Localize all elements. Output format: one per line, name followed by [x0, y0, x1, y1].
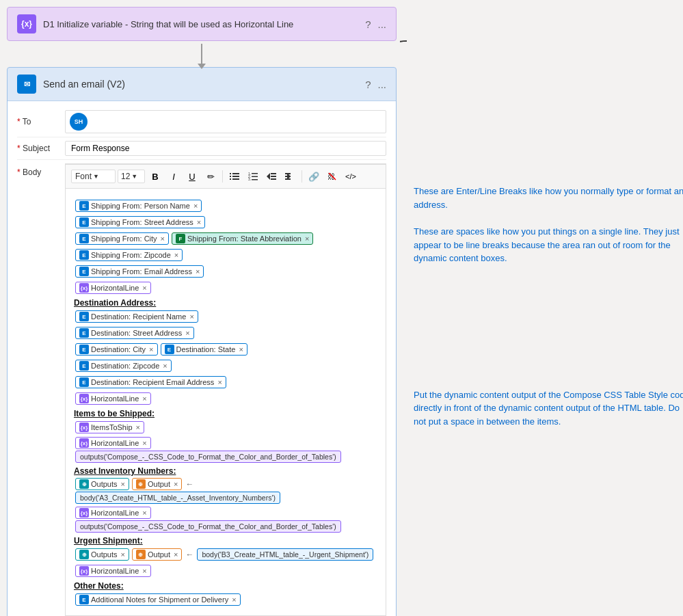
tag-icon-teal-2: ⊕ — [79, 550, 89, 559]
indent-less-button[interactable] — [263, 168, 280, 185]
shipping-city-close[interactable]: × — [161, 235, 165, 243]
tag-icon-var-2: {x} — [79, 394, 89, 403]
shipping-city-state-line: E Shipping From: City × F Shipping From:… — [74, 231, 377, 246]
italic-button[interactable]: I — [165, 168, 182, 185]
line-breaks-annotation: These are Enter/Line Breaks like how you… — [414, 185, 683, 211]
to-label: To — [17, 117, 65, 126]
urgent-outputs-close[interactable]: × — [121, 550, 125, 559]
horizontal-line-1-tag[interactable]: {x} HorizontalLine × — [75, 282, 151, 294]
subject-label: Subject — [17, 144, 65, 153]
dest-street-close[interactable]: × — [185, 329, 189, 337]
underline-button[interactable]: U — [184, 168, 200, 185]
shipping-street-tag[interactable]: E Shipping From: Street Address × — [75, 216, 205, 228]
dest-recipient-tag[interactable]: E Destination: Recipient Name × — [75, 310, 198, 323]
additional-notes-close[interactable]: × — [232, 595, 236, 604]
tag-icon-excel: E — [79, 201, 89, 211]
more-button[interactable]: ... — [377, 18, 386, 30]
bullets-button[interactable] — [226, 168, 243, 185]
subject-input[interactable] — [65, 141, 386, 156]
shipping-zip-tag[interactable]: E Shipping From: Zipcode × — [75, 249, 183, 261]
svg-rect-17 — [285, 173, 291, 174]
bold-button[interactable]: B — [147, 168, 163, 185]
asset-output-close[interactable]: × — [174, 480, 178, 488]
dest-zip-line: E Destination: Zipcode × — [74, 358, 377, 373]
dest-city-tag[interactable]: E Destination: City × — [75, 343, 158, 356]
dest-state-close[interactable]: × — [239, 345, 243, 353]
css-outputs-tag-2[interactable]: outputs('Compose_-_CSS_Code_to_Format_th… — [75, 520, 341, 533]
items-to-ship-tag[interactable]: {x} ItemsToShip × — [75, 421, 144, 433]
shipping-person-close[interactable]: × — [193, 202, 198, 210]
action-title: D1 Initialize variable - String that wil… — [43, 19, 293, 29]
horizontal-line-5-tag[interactable]: {x} HorizontalLine × — [75, 565, 151, 577]
svg-rect-0 — [230, 173, 231, 174]
dest-email-close[interactable]: × — [217, 378, 222, 386]
asset-inventory-label: Asset Inventory Numbers: — [74, 466, 377, 476]
dest-email-tag[interactable]: E Destination: Recipient Email Address × — [75, 376, 226, 388]
body-field-wrapper: Body Font ▼ 12 ▼ — [17, 160, 386, 616]
asset-outputs-close[interactable]: × — [121, 480, 125, 488]
tag-icon-excel-5: E — [79, 267, 89, 276]
font-size-select[interactable]: 12 ▼ — [118, 170, 145, 183]
pen-button[interactable]: ✏ — [202, 168, 219, 185]
horizontal-line-4-tag[interactable]: {x} HorizontalLine × — [75, 507, 151, 519]
asset-output-tag[interactable]: ⊕ Output × — [132, 478, 182, 490]
unlink-button[interactable]: ⛓ — [324, 168, 340, 185]
tag-icon-forms: F — [176, 234, 185, 243]
dest-recipient-close[interactable]: × — [189, 312, 193, 321]
shipping-zip-close[interactable]: × — [174, 251, 178, 259]
compose-annotation: Put the dynamic content output of the Co… — [414, 388, 683, 429]
code-button[interactable]: </> — [343, 168, 359, 185]
horizontal-line-3-close[interactable]: × — [142, 439, 146, 447]
shipping-state-tag[interactable]: F Shipping From: State Abbreviation × — [172, 232, 313, 245]
horizontal-line-1-close[interactable]: × — [142, 284, 146, 292]
right-panel: These are Enter/Line Breaks like how you… — [400, 7, 683, 616]
dest-street-tag[interactable]: E Destination: Street Address × — [75, 327, 194, 339]
body-editor[interactable]: E Shipping From: Person Name × E Shippin… — [66, 189, 386, 615]
tag-icon-var-6: {x} — [79, 566, 89, 576]
urgent-outputs-tag[interactable]: ⊕ Outputs × — [75, 548, 129, 561]
shipping-state-close[interactable]: × — [305, 235, 309, 243]
horizontal-line-5-line: {x} HorizontalLine × — [74, 563, 377, 578]
toolbar-divider-1 — [222, 170, 223, 183]
horizontal-line-3-tag[interactable]: {x} HorizontalLine × — [75, 437, 151, 449]
urgent-output-close[interactable]: × — [174, 550, 178, 559]
tag-icon-orange-1: ⊕ — [136, 479, 146, 489]
tag-icon-orange-2: ⊕ — [136, 550, 146, 559]
urgent-output-tag[interactable]: ⊕ Output × — [132, 548, 182, 561]
indent-more-button[interactable] — [282, 168, 298, 185]
font-select[interactable]: Font ▼ — [71, 170, 116, 183]
horizontal-line-2-close[interactable]: × — [142, 394, 146, 403]
items-to-ship-close[interactable]: × — [136, 423, 140, 431]
css-outputs-tag-1[interactable]: outputs('Compose_-_CSS_Code_to_Format_th… — [75, 451, 341, 463]
horizontal-line-4-close[interactable]: × — [142, 509, 146, 517]
dest-city-close[interactable]: × — [149, 345, 153, 353]
to-field-row: To SH — [17, 107, 386, 137]
body-asset-tag[interactable]: body('A3_Create_HTML_table_-_Asset_Inven… — [75, 492, 280, 504]
shipping-email-line: E Shipping From: Email Address × — [74, 264, 377, 279]
shipping-person-tag[interactable]: E Shipping From: Person Name × — [75, 200, 202, 212]
shipping-email-close[interactable]: × — [196, 267, 200, 276]
horizontal-line-5-close[interactable]: × — [142, 567, 146, 575]
dest-street-line: E Destination: Street Address × — [74, 325, 377, 340]
dest-zip-close[interactable]: × — [163, 362, 167, 370]
body-urgent-tag[interactable]: body('B3_Create_HTML_table_-_Urgent_Ship… — [197, 548, 373, 561]
shipping-email-tag[interactable]: E Shipping From: Email Address × — [75, 265, 204, 278]
help-button[interactable]: ? — [365, 18, 371, 30]
additional-notes-tag[interactable]: E Additional Notes for Shipment or Deliv… — [75, 593, 241, 606]
asset-outputs-tag[interactable]: ⊕ Outputs × — [75, 478, 129, 490]
numbered-button[interactable]: 1.2.3. — [245, 168, 261, 185]
shipping-city-tag[interactable]: E Shipping From: City × — [75, 232, 169, 245]
svg-text:3.: 3. — [248, 177, 251, 181]
shipping-street-close[interactable]: × — [197, 218, 201, 226]
dest-state-tag[interactable]: E Destination: State × — [161, 343, 247, 356]
email-header: ✉ Send an email (V2) ? ... — [8, 68, 396, 101]
arrows-svg — [400, 7, 683, 616]
horizontal-line-2-tag[interactable]: {x} HorizontalLine × — [75, 392, 151, 405]
tag-icon-excel-d3: E — [79, 345, 89, 354]
email-more-button[interactable]: ... — [377, 79, 386, 90]
email-help-button[interactable]: ? — [365, 79, 371, 90]
shipping-person-line: E Shipping From: Person Name × — [74, 198, 377, 213]
tag-icon-excel-n1: E — [79, 595, 89, 604]
dest-zip-tag[interactable]: E Destination: Zipcode × — [75, 360, 172, 372]
link-button[interactable]: 🔗 — [306, 168, 322, 185]
